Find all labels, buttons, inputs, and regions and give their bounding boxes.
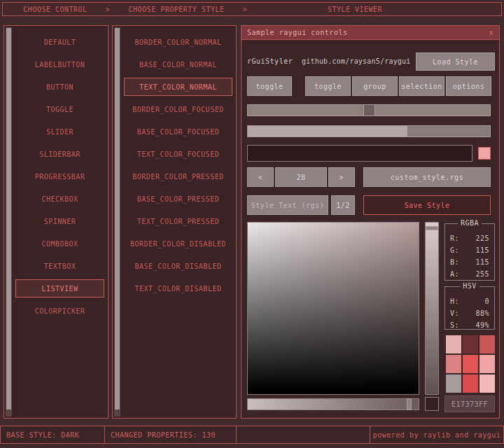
control-item[interactable]: SLIDERBAR xyxy=(15,145,104,163)
spinner-increment-button[interactable]: > xyxy=(328,167,355,187)
close-icon[interactable]: x xyxy=(489,29,493,36)
toggle-group-item[interactable]: group xyxy=(352,76,398,96)
property-item-selected[interactable]: TEXT_COLOR_NORMAL xyxy=(124,78,232,96)
hue-bar[interactable] xyxy=(425,222,439,395)
palette-swatch[interactable] xyxy=(463,355,478,373)
hsv-title: HSV xyxy=(460,282,479,290)
sample-window: Sample raygui controls x rGuiStyler gith… xyxy=(241,25,500,419)
toggle-group: toggle group selection options xyxy=(305,76,491,96)
chevron-right-icon: > xyxy=(240,6,250,13)
palette-swatch[interactable] xyxy=(446,355,461,373)
rguistyler-app: CHOOSE CONTROL > CHOOSE PROPERTY STYLE >… xyxy=(0,0,504,448)
page-indicator-button[interactable]: 1/2 xyxy=(331,195,355,215)
alpha-handle[interactable] xyxy=(407,398,412,410)
controls-list-panel: DEFAULT LABELBUTTON BUTTON TOGGLE SLIDER… xyxy=(4,25,108,419)
rgba-row-b: B: 115 xyxy=(445,256,494,268)
style-text-button[interactable]: Style Text (rgs) xyxy=(247,195,328,215)
property-item[interactable]: TEXT_COLOR_FOCUSED xyxy=(124,145,232,163)
sample-progressbar xyxy=(247,125,491,137)
github-link[interactable]: github.com/raysan5/raygui xyxy=(302,52,411,71)
hsv-row-v: V: 88% xyxy=(445,307,494,319)
palette-swatch[interactable] xyxy=(479,355,495,373)
hex-color-field[interactable]: E17373FF xyxy=(444,396,495,412)
palette-swatch[interactable] xyxy=(446,374,461,393)
control-item[interactable]: SLIDER xyxy=(15,122,104,141)
scrollbar-thumb[interactable] xyxy=(6,28,11,410)
palette-swatch[interactable] xyxy=(446,335,461,354)
palette-swatch[interactable] xyxy=(479,374,495,393)
save-style-button[interactable]: Save Style xyxy=(363,195,491,215)
load-style-button[interactable]: Load Style xyxy=(416,52,495,71)
scrollbar-thumb[interactable] xyxy=(115,28,120,410)
properties-list: BORDER_COLOR_NORMAL BASE_COLOR_NORMAL TE… xyxy=(124,33,232,302)
property-item[interactable]: TEXT_COLOR_DISABLED xyxy=(124,279,232,298)
sample-textbox[interactable] xyxy=(247,145,472,162)
step-style-viewer: STYLE VIEWER xyxy=(250,6,460,13)
hsv-row-s: S: 49% xyxy=(445,319,494,331)
color-palette xyxy=(446,335,495,393)
color-picker-panel[interactable] xyxy=(247,222,419,395)
control-item[interactable]: TOGGLE xyxy=(15,100,104,118)
property-item[interactable]: BASE_COLOR_DISABLED xyxy=(124,257,232,275)
step-choose-property-style: CHOOSE PROPERTY STYLE xyxy=(113,6,240,13)
palette-swatch[interactable] xyxy=(463,335,478,354)
breadcrumb: CHOOSE CONTROL > CHOOSE PROPERTY STYLE >… xyxy=(2,2,502,16)
rgba-row-r: R: 225 xyxy=(445,232,494,244)
property-item[interactable]: BASE_COLOR_FOCUSED xyxy=(124,122,232,141)
hue-handle[interactable] xyxy=(426,226,438,230)
property-item[interactable]: BORDER_COLOR_FOCUSED xyxy=(124,100,232,118)
property-item[interactable]: BORDER_COLOR_DISABLED xyxy=(124,234,232,253)
rgba-row-a: A: 255 xyxy=(445,268,494,280)
status-empty-segment xyxy=(236,426,370,444)
control-item[interactable]: COMBOBOX xyxy=(15,234,104,253)
alpha-bar[interactable] xyxy=(247,398,419,410)
toggle-group-item[interactable]: options xyxy=(446,76,491,96)
style-filename-combo[interactable]: custom_style.rgs xyxy=(363,167,491,187)
control-item-selected[interactable]: LISTVIEW xyxy=(15,279,104,298)
toggle-group-item[interactable]: selection xyxy=(399,76,444,96)
alpha-preview-chip[interactable] xyxy=(425,397,439,411)
step-choose-control: CHOOSE CONTROL xyxy=(3,6,108,13)
rgba-title: RGBA xyxy=(458,219,482,227)
spinner-decrement-button[interactable]: < xyxy=(247,167,274,187)
toggle-button[interactable]: toggle xyxy=(247,76,292,96)
properties-scrollbar[interactable] xyxy=(114,27,120,416)
controls-scrollbar[interactable] xyxy=(6,27,12,416)
control-item[interactable]: PROGRESSBAR xyxy=(15,167,104,186)
control-item[interactable]: LABELBUTTON xyxy=(15,55,104,74)
sample-slider[interactable] xyxy=(247,104,491,116)
property-item[interactable]: BASE_COLOR_NORMAL xyxy=(124,55,232,74)
progress-fill xyxy=(248,126,407,136)
spinner-value[interactable]: 28 xyxy=(275,167,327,187)
palette-swatch[interactable] xyxy=(463,374,478,393)
window-title: Sample raygui controls xyxy=(247,29,347,36)
control-item[interactable]: COLORPICKER xyxy=(15,302,104,320)
control-item[interactable]: SPINNER xyxy=(15,212,104,230)
property-item[interactable]: BORDER_COLOR_NORMAL xyxy=(124,33,232,51)
slider-handle[interactable] xyxy=(363,104,375,116)
toggle-group-item[interactable]: toggle xyxy=(305,76,351,96)
palette-swatch[interactable] xyxy=(479,335,495,354)
hsv-groupbox: HSV H: 0 V: 88% S: 49% xyxy=(444,286,495,330)
rgba-row-g: G: 115 xyxy=(445,244,494,256)
property-item[interactable]: BASE_COLOR_PRESSED xyxy=(124,190,232,208)
status-base-style: BASE STYLE: DARK xyxy=(0,426,105,444)
styler-label: rGuiStyler xyxy=(247,52,293,71)
property-item[interactable]: TEXT_COLOR_PRESSED xyxy=(124,212,232,230)
color-preview-chip[interactable] xyxy=(478,147,491,160)
hsv-row-h: H: 0 xyxy=(445,295,494,307)
status-credits: powered by raylib and raygui xyxy=(370,426,504,444)
chevron-right-icon: > xyxy=(103,6,113,13)
control-item[interactable]: TEXTBOX xyxy=(15,257,104,275)
rgba-groupbox: RGBA R: 225 G: 115 B: 115 A: 255 xyxy=(444,223,495,281)
control-item[interactable]: CHECKBOX xyxy=(15,190,104,208)
property-item[interactable]: BORDER_COLOR_PRESSED xyxy=(124,167,232,186)
control-item[interactable]: BUTTON xyxy=(15,78,104,96)
control-item[interactable]: DEFAULT xyxy=(15,33,104,51)
properties-list-panel: BORDER_COLOR_NORMAL BASE_COLOR_NORMAL TE… xyxy=(112,25,237,419)
window-titlebar[interactable]: Sample raygui controls x xyxy=(241,26,499,40)
status-changed-properties: CHANGED PROPERTIES: 130 xyxy=(104,426,237,444)
controls-list: DEFAULT LABELBUTTON BUTTON TOGGLE SLIDER… xyxy=(15,33,104,324)
